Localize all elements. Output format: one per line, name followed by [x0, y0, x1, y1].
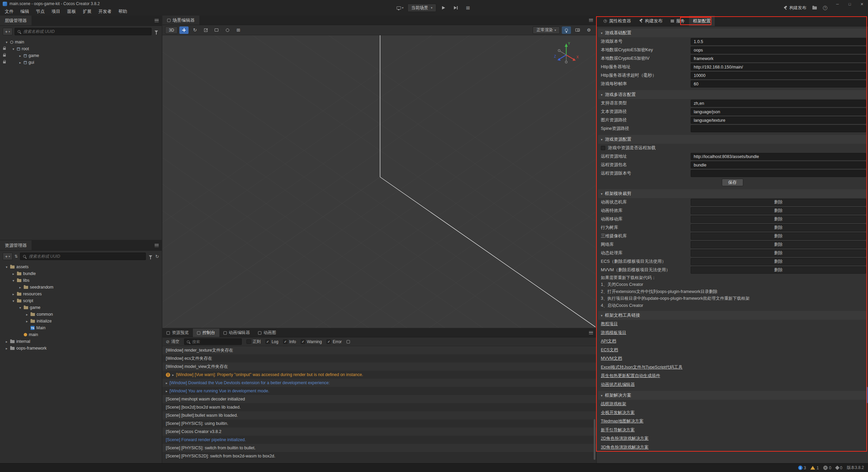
tree-node-root[interactable]: ▾root [0, 45, 162, 52]
section-header[interactable]: ▾游戏基础配置 [598, 28, 867, 37]
create-asset-button[interactable]: +▾ [3, 253, 13, 260]
tab-animation-editor[interactable]: 动画编辑器 [219, 329, 254, 337]
tree-node-libs[interactable]: ▾libs [0, 277, 162, 284]
doc-link[interactable]: 2D角色扮演游戏解决方案 [601, 436, 649, 441]
expand-chevron-icon[interactable]: ▸ [166, 381, 167, 385]
chevron-right-icon[interactable]: ▸ [12, 292, 15, 296]
log-row[interactable]: [Window] model_view文件夹存在 [162, 362, 596, 371]
tree-node-internal[interactable]: ▸internal [0, 338, 162, 345]
doc-link[interactable]: 游戏模板项目 [601, 330, 626, 336]
tab-service[interactable]: 服务 [667, 16, 689, 26]
config-input[interactable] [691, 63, 866, 71]
snap-tool-button[interactable]: ⊞ [234, 26, 243, 34]
tab-framework-config[interactable]: 框架配置 [689, 16, 715, 26]
tree-node-bundle[interactable]: ▸bundle [0, 270, 162, 277]
device-select-button[interactable]: ▾ [395, 4, 405, 12]
log-row[interactable]: [Scene] [box2d]:box2d wasm lib loaded. [162, 403, 596, 411]
scene-select[interactable]: 当前场景 ▾ [408, 4, 436, 12]
config-input[interactable] [691, 72, 866, 79]
delete-module-button[interactable]: 删除 [691, 250, 866, 257]
close-button[interactable]: ✕ [856, 0, 868, 8]
tree-node-script[interactable]: ▾script [0, 297, 162, 304]
3d-mode-button[interactable]: 3D [165, 26, 178, 34]
chevron-down-icon[interactable]: ▾ [12, 47, 15, 51]
chevron-right-icon[interactable]: ▸ [12, 272, 15, 276]
open-project-folder-button[interactable] [812, 6, 817, 9]
status-log-count[interactable]: i3 [798, 466, 806, 470]
doc-link[interactable]: Tiledmap地图解决方案 [601, 418, 644, 424]
regex-checkbox[interactable] [246, 339, 251, 344]
filter-error-toggle[interactable]: ✓Error [327, 339, 342, 344]
tab-hierarchy[interactable]: 层级管理器 [0, 16, 32, 25]
gizmo-space-button[interactable] [223, 26, 232, 34]
delete-module-button[interactable]: 删除 [691, 224, 866, 231]
delete-module-button[interactable]: 删除 [691, 199, 866, 206]
tree-node-seedrandom[interactable]: ▸seedrandom [0, 284, 162, 291]
log-checkbox[interactable]: ✓ [265, 339, 270, 344]
step-button[interactable] [451, 4, 460, 12]
refresh-icon[interactable]: ↻ [155, 254, 159, 259]
rotate-tool-button[interactable]: ↻ [190, 26, 199, 34]
sort-icon[interactable]: ⇅ [15, 254, 18, 258]
chevron-down-icon[interactable]: ▾ [18, 306, 22, 310]
play-button[interactable] [439, 4, 448, 12]
log-row[interactable]: [Scene] [bullet]:bullet wasm lib loaded. [162, 411, 596, 419]
scale-tool-button[interactable] [201, 26, 210, 34]
layout-button[interactable]: ⊞ [463, 4, 473, 12]
log-row[interactable]: [Scene] [PHYSICS2D]: switch from box2d-w… [162, 452, 596, 460]
build-publish-button[interactable]: 构建发布 [784, 5, 806, 11]
chevron-down-icon[interactable]: ▾ [12, 279, 15, 282]
doc-link[interactable]: API文档 [601, 338, 616, 344]
chevron-down-icon[interactable]: ▾ [5, 40, 8, 44]
tree-node-assets[interactable]: ▾assets [0, 263, 162, 270]
menu-edit[interactable]: 编辑 [17, 8, 33, 15]
delete-module-button[interactable]: 删除 [691, 267, 866, 274]
create-node-button[interactable]: +▾ [3, 28, 13, 35]
tree-node-game[interactable]: ▸game [0, 52, 162, 59]
doc-link[interactable]: 3D角色扮演游戏解决方案 [601, 445, 649, 450]
config-input[interactable] [691, 117, 866, 124]
tree-node-Main[interactable]: TSMain [0, 324, 162, 331]
tab-assets[interactable]: 资源管理器 [0, 240, 32, 250]
scene-viewport[interactable]: Y X Z [162, 35, 596, 328]
log-row[interactable]: ▸[Window] Download the Vue Devtools exte… [162, 379, 596, 387]
move-tool-button[interactable] [179, 26, 189, 34]
navigation-gizmo[interactable]: Y X Z [552, 41, 580, 69]
chevron-right-icon[interactable]: ▸ [25, 313, 29, 316]
delete-module-button[interactable]: 删除 [691, 216, 866, 223]
chevron-right-icon[interactable]: ▸ [5, 347, 8, 350]
console-search-field[interactable] [192, 339, 239, 344]
menu-extension[interactable]: 扩展 [79, 8, 95, 15]
log-row[interactable]: !▸[Window] [Vue warn]: Property "onInput… [162, 371, 596, 379]
regex-toggle[interactable]: 正则 [246, 339, 261, 345]
doc-link[interactable]: 动画状态机编辑器 [601, 382, 635, 388]
assets-menu-button[interactable] [152, 240, 162, 250]
inspector-scrollbar[interactable] [866, 387, 868, 403]
chevron-right-icon[interactable]: ▸ [25, 319, 29, 323]
filter-info-toggle[interactable]: ✓Info [283, 339, 296, 344]
help-button[interactable]: ? [823, 6, 827, 10]
chevron-right-icon[interactable]: ▸ [18, 61, 22, 64]
tab-animation-graph[interactable]: 动画图 [254, 329, 280, 337]
doc-link[interactable]: ECS文档 [601, 347, 618, 353]
log-row[interactable]: ▸[Window] You are running Vue in develop… [162, 387, 596, 395]
config-input[interactable] [691, 153, 866, 160]
rect-tool-button[interactable] [212, 26, 221, 34]
chevron-down-icon[interactable]: ▾ [5, 265, 8, 269]
tab-asset-preview[interactable]: 资源预览 [162, 329, 193, 337]
doc-link[interactable]: 战棋游戏框架 [601, 401, 626, 407]
tree-node-initialize[interactable]: ▸initialize [0, 318, 162, 324]
status-warning-count[interactable]: 1 [810, 466, 819, 470]
config-input[interactable] [691, 170, 866, 177]
status-error-count[interactable]: ✕0 [823, 466, 831, 470]
menu-developer[interactable]: 开发者 [95, 8, 115, 15]
info-checkbox[interactable]: ✓ [283, 339, 288, 344]
console-search-input[interactable] [184, 338, 242, 345]
scene-menu-button[interactable] [586, 16, 596, 25]
menu-node[interactable]: 节点 [33, 8, 48, 15]
tree-node-main[interactable]: main [0, 331, 162, 338]
tab-build-publish[interactable]: 构建发布 [635, 16, 667, 26]
clear-console-button[interactable]: ⊘清空 [166, 339, 179, 345]
hierarchy-menu-button[interactable] [152, 16, 162, 25]
doc-link[interactable]: MVVM文档 [601, 356, 622, 361]
